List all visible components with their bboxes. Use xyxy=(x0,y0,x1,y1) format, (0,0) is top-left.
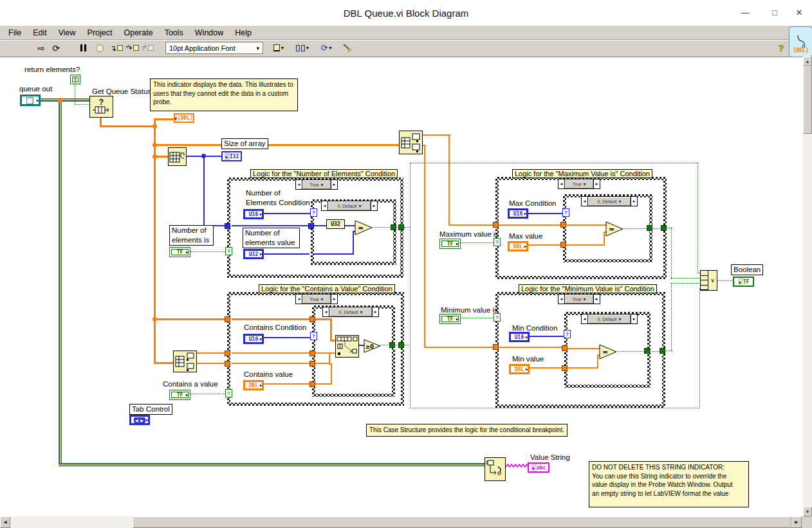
tunnel[interactable] xyxy=(398,224,404,230)
int-wire[interactable] xyxy=(528,213,564,214)
contains-a-value-label[interactable]: Contains a value xyxy=(163,379,218,389)
tunnel[interactable] xyxy=(225,223,230,229)
equal-node[interactable]: = xyxy=(355,220,373,235)
horizontal-scrollbar-thumb[interactable] xyxy=(133,516,791,528)
contains-condition-label[interactable]: Contains Condition xyxy=(244,323,306,332)
minimize-button[interactable]: — xyxy=(737,6,753,19)
tf-number-of-elements-is[interactable]: TF▸ xyxy=(169,247,190,257)
dbl-array-wire[interactable] xyxy=(330,318,332,341)
boolean-wire[interactable] xyxy=(617,351,660,352)
tunnel[interactable] xyxy=(660,348,665,354)
dbl-array-wire[interactable] xyxy=(154,118,174,120)
case-selector-maximum-inner[interactable]: ◂ 0, Default▾ ▸ xyxy=(581,196,638,206)
tunnel[interactable] xyxy=(389,342,395,348)
get-queue-status-label[interactable]: Get Queue Status xyxy=(92,87,151,96)
dbl-wire[interactable] xyxy=(329,352,330,364)
tunnel[interactable] xyxy=(644,348,650,354)
indicator-comment[interactable]: This indicator displays the data. This i… xyxy=(150,78,298,111)
probe-string-vi-node[interactable] xyxy=(484,457,506,481)
context-help-icon[interactable]: ? xyxy=(775,42,788,54)
selector-prev-icon[interactable]: ◂ xyxy=(582,197,588,206)
selector-prev-icon[interactable]: ◂ xyxy=(323,307,329,316)
num-elements-is-label[interactable]: Number of elements is xyxy=(169,225,214,246)
case-selector-number-of-elements-inner[interactable]: ◂ 0, Default▾ ▸ xyxy=(321,201,378,211)
menu-window[interactable]: Window xyxy=(189,28,229,37)
dbl-array-wire[interactable] xyxy=(314,318,331,320)
dbl-array-wire[interactable] xyxy=(232,318,311,320)
i32-indicator[interactable]: ▸ I32 xyxy=(221,151,242,161)
queue-out-label[interactable]: queue out xyxy=(19,84,52,94)
case-selector-tunnel[interactable]: ? xyxy=(564,330,571,338)
dbl-array-wire[interactable] xyxy=(154,318,227,320)
tunnel[interactable] xyxy=(562,345,567,351)
tunnel[interactable] xyxy=(309,361,315,367)
dbl-wire[interactable] xyxy=(499,224,562,226)
tab-control-label[interactable]: Tab Control xyxy=(129,404,172,415)
dbl-wire[interactable] xyxy=(566,244,605,246)
step-over-icon[interactable]: ↷ xyxy=(125,42,140,54)
case-title-number-of-elements[interactable]: Logic for the "Number of Elements" Condi… xyxy=(250,169,398,178)
selector-prev-icon[interactable]: ◂ xyxy=(558,295,565,304)
case-title-contains[interactable]: Logic for the "Contains a Value" Conditi… xyxy=(259,284,395,293)
boolean-wire[interactable] xyxy=(461,242,495,243)
tf-boolean-indicator[interactable]: ▸ TF xyxy=(733,277,754,287)
selector-prev-icon[interactable]: ◂ xyxy=(558,179,565,188)
dbl-wire[interactable] xyxy=(422,134,450,136)
selector-next-icon[interactable]: ▸ xyxy=(331,180,337,189)
boolean-wire[interactable] xyxy=(461,318,495,318)
font-selector[interactable]: 10pt Application Font ▾ xyxy=(165,42,263,54)
tunnel[interactable] xyxy=(225,361,230,367)
dbl-wire[interactable] xyxy=(329,363,332,365)
boolean-wire[interactable] xyxy=(623,228,661,229)
string-indicator-abc[interactable]: ▸ abc xyxy=(528,462,549,473)
selector-prev-icon[interactable]: ◂ xyxy=(322,201,328,210)
boolean-wire[interactable] xyxy=(410,408,700,408)
u16-control-contains[interactable]: U16▸ xyxy=(243,334,264,344)
tab-control-terminal[interactable]: ◀ ▶ ▸ xyxy=(129,415,150,425)
int-wire[interactable] xyxy=(264,213,311,214)
boolean-wire[interactable] xyxy=(671,228,672,279)
tunnel[interactable] xyxy=(308,223,314,229)
run-continuous-icon[interactable]: ⟳ xyxy=(49,42,63,54)
scroll-down-button[interactable]: ▼ xyxy=(803,507,812,516)
case-selector-tunnel[interactable]: ? xyxy=(225,389,232,397)
dbl-wire[interactable] xyxy=(232,363,309,364)
selector-next-icon[interactable]: ▸ xyxy=(331,295,337,304)
equal-node[interactable]: = xyxy=(605,221,623,237)
dbl-wire[interactable] xyxy=(314,363,329,364)
min-value-label[interactable]: Min value xyxy=(512,354,544,364)
tunnel[interactable] xyxy=(562,365,567,371)
breakpoint-comment[interactable]: This Case Structure provides the logic f… xyxy=(366,424,567,437)
dbl-wire[interactable] xyxy=(264,383,309,385)
maximize-button[interactable]: □ xyxy=(767,6,782,19)
queue-wire[interactable] xyxy=(40,98,90,102)
vi-icon[interactable]: [DBL] xyxy=(789,26,812,57)
dbl-wire[interactable] xyxy=(314,383,331,385)
menu-edit[interactable]: Edit xyxy=(27,28,53,37)
true-constant[interactable]: T xyxy=(70,75,80,84)
wire-junction[interactable] xyxy=(152,317,157,322)
tf-maximum-value-is[interactable]: TF▸ xyxy=(439,239,461,249)
boolean-wire[interactable] xyxy=(671,278,701,278)
int-wire[interactable] xyxy=(232,225,309,226)
dbl-wire[interactable] xyxy=(530,367,563,369)
u16-control-min[interactable]: U16▸ xyxy=(509,332,530,342)
int-wire[interactable] xyxy=(314,253,354,255)
dbl-wire[interactable] xyxy=(567,367,598,369)
dbl-wire[interactable] xyxy=(424,347,494,348)
case-selector-contains-inner[interactable]: ◂ 0, Default▾ ▸ xyxy=(322,307,379,317)
int-wire[interactable] xyxy=(530,336,565,337)
maximum-value-is-label[interactable]: Maximum value is xyxy=(439,230,499,239)
contains-value-label[interactable]: Contains value xyxy=(244,370,293,379)
get-queue-status-node[interactable]: ? xyxy=(89,96,113,118)
case-title-minimum[interactable]: Logic for the "Minimum Value is" Conditi… xyxy=(519,284,657,293)
selector-next-icon[interactable]: ▸ xyxy=(593,179,600,188)
return-elements-label[interactable]: return elements? xyxy=(24,65,80,75)
tunnel[interactable] xyxy=(493,344,499,350)
case-selector-contains[interactable]: ◂ True▾ ▸ xyxy=(295,294,338,304)
selector-next-icon[interactable]: ▸ xyxy=(372,307,378,316)
case-selector-maximum[interactable]: ◂ True▾ ▸ xyxy=(558,179,600,189)
selector-prev-icon[interactable]: ◂ xyxy=(582,314,588,323)
vertical-scrollbar-thumb[interactable] xyxy=(803,66,812,134)
search-1d-array-node[interactable] xyxy=(335,335,359,358)
